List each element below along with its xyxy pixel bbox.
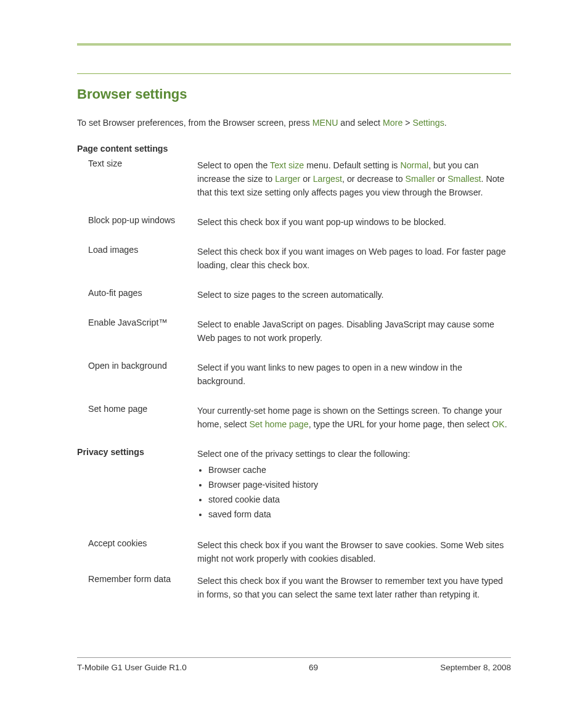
- privacy-heading: Privacy settings: [77, 447, 197, 457]
- ts-k3: Largest: [313, 174, 342, 184]
- ts-k2: Larger: [275, 174, 300, 184]
- desc-text-size: Select to open the Text size menu. Defau…: [197, 158, 511, 199]
- intro-pre: To set Browser preferences, from the Bro…: [77, 118, 312, 128]
- bullet-cache: Browser cache: [208, 463, 511, 477]
- ts-d1: menu. Default setting is: [304, 160, 400, 170]
- row-autofit: Auto-fit pages Select to size pages to t…: [77, 288, 511, 302]
- privacy-intro: Select one of the privacy settings to cl…: [197, 449, 410, 459]
- footer-date: September 8, 2008: [440, 663, 511, 672]
- intro-mid: and select: [338, 118, 383, 128]
- label-remember-form: Remember form data: [77, 574, 197, 584]
- row-text-size: Text size Select to open the Text size m…: [77, 158, 511, 199]
- menu-keyword: MENU: [312, 118, 338, 128]
- settings-keyword: Settings: [412, 118, 444, 128]
- desc-home: Your currently-set home page is shown on…: [197, 404, 511, 431]
- ts-k1: Normal: [400, 160, 428, 170]
- privacy-intro-col: Select one of the privacy settings to cl…: [197, 447, 511, 522]
- desc-enable-js: Select to enable JavaScript on pages. Di…: [197, 318, 511, 345]
- ts-k5: Smallest: [447, 174, 481, 184]
- row-accept-cookies: Accept cookies Select this check box if …: [77, 538, 511, 565]
- row-enable-js: Enable JavaScript™ Select to enable Java…: [77, 318, 511, 345]
- label-open-bg: Open in background: [77, 361, 197, 371]
- row-remember-form: Remember form data Select this check box…: [77, 574, 511, 601]
- label-block-popups: Block pop-up windows: [77, 215, 197, 225]
- intro-post: .: [444, 118, 447, 128]
- intro-gt: >: [402, 118, 412, 128]
- bullet-formdata: saved form data: [208, 507, 511, 521]
- desc-accept-cookies: Select this check box if you want the Br…: [197, 538, 511, 565]
- desc-autofit: Select to size pages to the screen autom…: [197, 288, 511, 302]
- desc-remember-form: Select this check box if you want the Br…: [197, 574, 511, 601]
- label-autofit: Auto-fit pages: [77, 288, 197, 298]
- desc-open-bg: Select if you want links to new pages to…: [197, 361, 511, 388]
- row-privacy-heading: Privacy settings Select one of the priva…: [77, 447, 511, 522]
- section-rule: [77, 73, 511, 74]
- row-load-images: Load images Select this check box if you…: [77, 245, 511, 272]
- home-d1: , type the URL for your home page, then …: [309, 419, 492, 429]
- footer-left: T-Mobile G1 User Guide R1.0: [77, 663, 187, 672]
- section-title: Browser settings: [77, 86, 511, 102]
- ts-k0: Text size: [270, 160, 304, 170]
- intro-paragraph: To set Browser preferences, from the Bro…: [77, 116, 511, 130]
- label-enable-js: Enable JavaScript™: [77, 318, 197, 327]
- footer-rule: [77, 657, 511, 658]
- home-k0: Set home page: [249, 419, 308, 429]
- desc-load-images: Select this check box if you want images…: [197, 245, 511, 272]
- home-d2: .: [505, 419, 507, 429]
- ts-d4: , or decrease to: [342, 174, 406, 184]
- label-home: Set home page: [77, 404, 197, 414]
- row-block-popups: Block pop-up windows Select this check b…: [77, 215, 511, 229]
- home-k1: OK: [492, 419, 505, 429]
- ts-k4: Smaller: [406, 174, 435, 184]
- desc-block-popups: Select this check box if you want pop-up…: [197, 215, 511, 229]
- label-text-size: Text size: [77, 158, 197, 168]
- top-rule: [77, 43, 511, 46]
- label-load-images: Load images: [77, 245, 197, 255]
- row-home: Set home page Your currently-set home pa…: [77, 404, 511, 431]
- label-accept-cookies: Accept cookies: [77, 538, 197, 548]
- footer-page-number: 69: [309, 663, 318, 672]
- row-open-bg: Open in background Select if you want li…: [77, 361, 511, 388]
- ts-d3: or: [300, 174, 313, 184]
- page-footer: T-Mobile G1 User Guide R1.0 69 September…: [77, 657, 511, 672]
- more-keyword: More: [383, 118, 402, 128]
- privacy-bullets: Browser cache Browser page-visited histo…: [197, 463, 511, 521]
- bullet-history: Browser page-visited history: [208, 478, 511, 491]
- page-content-heading: Page content settings: [77, 144, 511, 154]
- ts-d5: or: [435, 174, 448, 184]
- ts-d0: Select to open the: [197, 160, 270, 170]
- bullet-cookies: stored cookie data: [208, 493, 511, 506]
